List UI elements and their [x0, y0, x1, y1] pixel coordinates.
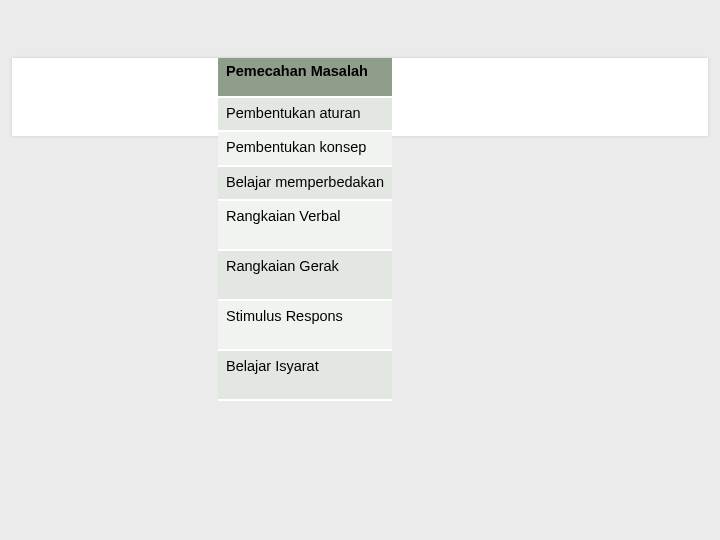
table-row: Pembentukan aturan — [218, 98, 392, 132]
table-row: Stimulus Respons — [218, 301, 392, 351]
table-row: Rangkaian Gerak — [218, 251, 392, 301]
table-row: Belajar memperbedakan — [218, 167, 392, 201]
table-row: Pembentukan konsep — [218, 132, 392, 166]
table-row: Rangkaian Verbal — [218, 201, 392, 251]
table-header: Pemecahan Masalah — [218, 58, 392, 98]
table-row: Belajar Isyarat — [218, 351, 392, 401]
hierarchy-table: Pemecahan Masalah Pembentukan aturan Pem… — [218, 58, 392, 401]
